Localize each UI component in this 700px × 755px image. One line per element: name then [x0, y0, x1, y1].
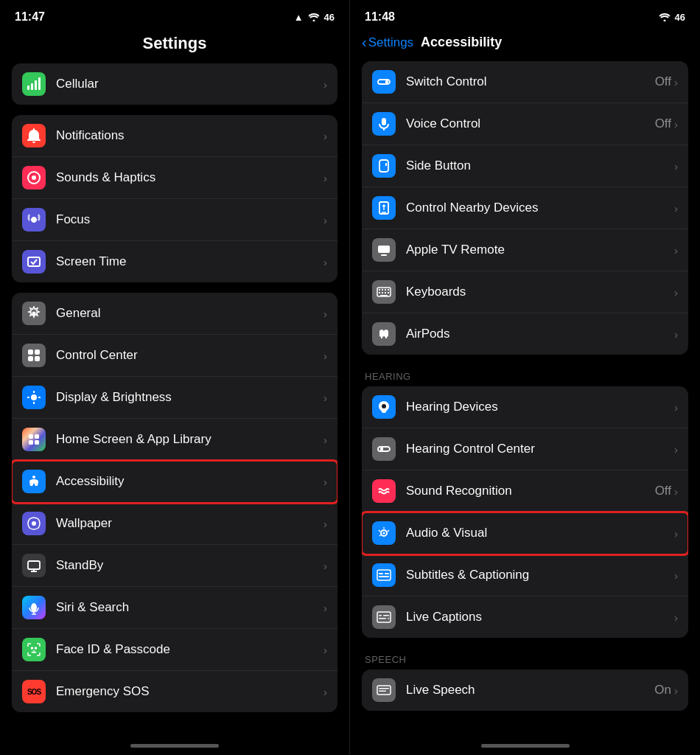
svg-rect-4 [38, 77, 41, 90]
svg-rect-53 [388, 292, 389, 293]
display-row[interactable]: Display & Brightness › [12, 377, 337, 419]
wallpaper-icon [22, 512, 46, 535]
live-captions-chevron: › [674, 611, 678, 624]
svg-rect-46 [379, 289, 380, 290]
audio-visual-chevron: › [674, 527, 678, 540]
notifications-row[interactable]: Notifications › [12, 115, 337, 157]
switch-control-label: Switch Control [406, 74, 655, 89]
svg-rect-24 [28, 561, 40, 569]
top-rows-group: Switch Control Off › Voice Control Off › [362, 61, 688, 355]
svg-point-23 [32, 521, 36, 526]
svg-rect-11 [28, 356, 33, 361]
general-chevron: › [323, 307, 327, 320]
svg-rect-64 [377, 612, 391, 622]
appletv-row[interactable]: Apple TV Remote › [362, 229, 688, 271]
wallpaper-row[interactable]: Wallpaper › [12, 503, 337, 545]
sos-row[interactable]: SOS Emergency SOS › [12, 671, 337, 712]
audio-visual-icon [372, 521, 396, 545]
audio-visual-row[interactable]: Audio & Visual › [362, 512, 688, 554]
switch-control-row[interactable]: Switch Control Off › [362, 61, 688, 103]
subtitles-row[interactable]: Subtitles & Captioning › [362, 554, 688, 596]
notifications-label: Notifications [56, 128, 323, 143]
left-page-title: Settings [0, 29, 349, 63]
controlcenter-label: Control Center [56, 348, 323, 363]
svg-rect-71 [379, 691, 386, 692]
right-scroll-content: Switch Control Off › Voice Control Off › [350, 61, 700, 740]
controlcenter-row[interactable]: Control Center › [12, 335, 337, 377]
sos-label: Emergency SOS [56, 684, 323, 699]
live-captions-row[interactable]: Live Captions › [362, 596, 688, 638]
svg-rect-44 [381, 254, 387, 256]
hearing-devices-chevron: › [674, 401, 678, 414]
focus-label: Focus [56, 212, 323, 227]
standby-row[interactable]: StandBy › [12, 545, 337, 587]
general-group: General › Control Center › [12, 293, 337, 712]
right-home-indicator [481, 744, 570, 748]
svg-point-0 [312, 20, 315, 22]
svg-rect-7 [28, 257, 40, 266]
left-status-icons: ▲ 46 [294, 12, 335, 23]
svg-point-22 [32, 476, 35, 479]
switch-control-chevron: › [674, 76, 678, 88]
left-home-indicator [130, 744, 219, 748]
svg-rect-50 [379, 292, 380, 293]
cellular-row[interactable]: Cellular › [12, 63, 337, 105]
faceid-label: Face ID & Passcode [56, 642, 323, 657]
svg-rect-62 [385, 573, 389, 574]
back-label[interactable]: Settings [368, 35, 413, 50]
siri-label: Siri & Search [56, 600, 323, 615]
general-row[interactable]: General › [12, 293, 337, 335]
side-button-label: Side Button [406, 159, 674, 173]
keyboards-row[interactable]: Keyboards › [362, 271, 688, 313]
control-nearby-label: Control Nearby Devices [406, 201, 674, 215]
standby-label: StandBy [56, 558, 323, 573]
homescreen-row[interactable]: Home Screen & App Library › [12, 419, 337, 461]
svg-rect-68 [388, 618, 389, 619]
sounds-row[interactable]: Sounds & Haptics › [12, 157, 337, 199]
sos-icon: SOS [22, 680, 46, 703]
back-chevron-icon: ‹ [362, 34, 367, 51]
accessibility-icon [22, 470, 46, 493]
control-nearby-row[interactable]: Control Nearby Devices › [362, 187, 688, 229]
control-nearby-chevron: › [674, 202, 678, 215]
svg-point-13 [31, 394, 37, 400]
svg-rect-10 [35, 349, 40, 355]
focus-row[interactable]: Focus › [12, 199, 337, 241]
svg-rect-12 [35, 356, 40, 361]
svg-point-27 [31, 603, 37, 612]
svg-point-59 [383, 532, 385, 535]
focus-icon [22, 208, 46, 232]
svg-rect-66 [383, 615, 389, 616]
svg-rect-61 [379, 573, 383, 574]
live-speech-row[interactable]: Live Speech On › [362, 669, 688, 711]
live-captions-label: Live Captions [406, 610, 674, 624]
side-button-row[interactable]: Side Button › [362, 145, 688, 187]
airpods-row[interactable]: AirPods › [362, 313, 688, 355]
screentime-label: Screen Time [56, 254, 323, 269]
screentime-row[interactable]: Screen Time › [12, 241, 337, 282]
homescreen-label: Home Screen & App Library [56, 432, 323, 447]
faceid-row[interactable]: Face ID & Passcode › [12, 629, 337, 671]
left-panel: 11:47 ▲ 46 Settings [0, 0, 350, 755]
svg-rect-65 [379, 615, 382, 616]
side-button-icon [372, 154, 396, 178]
left-status-bar: 11:47 ▲ 46 [0, 0, 349, 29]
wifi-icon [308, 13, 320, 21]
controlcenter-chevron: › [323, 349, 327, 362]
airpods-icon [372, 322, 396, 346]
hearing-devices-label: Hearing Devices [406, 400, 674, 414]
switch-control-value: Off [655, 74, 671, 89]
back-button[interactable]: ‹ Settings [362, 34, 413, 51]
hearing-control-row[interactable]: Hearing Control Center › [362, 428, 688, 470]
accessibility-row[interactable]: Accessibility › [12, 461, 337, 503]
sound-recognition-row[interactable]: Sound Recognition Off › [362, 470, 688, 512]
hearing-group: Hearing Devices › Hearing Control Center… [362, 386, 688, 638]
svg-rect-49 [388, 289, 389, 290]
hearing-devices-row[interactable]: Hearing Devices › [362, 386, 688, 428]
speech-group: Live Speech On › [362, 669, 688, 711]
voice-control-row[interactable]: Voice Control Off › [362, 103, 688, 145]
voice-control-icon [372, 112, 396, 136]
notifications-chevron: › [323, 130, 327, 142]
siri-row[interactable]: Siri & Search › [12, 587, 337, 629]
location-icon: ▲ [294, 12, 304, 23]
